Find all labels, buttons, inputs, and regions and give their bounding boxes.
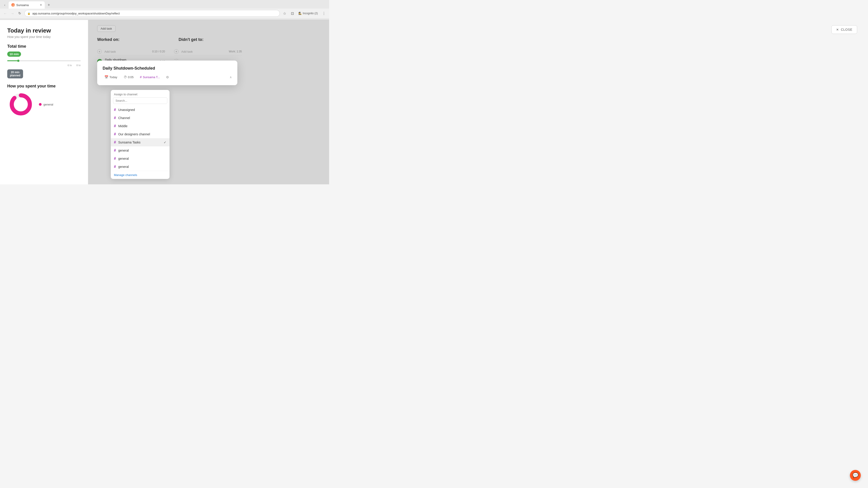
popup-channel-item[interactable]: # Sunsama T... (138, 74, 162, 80)
channel-label-general-2: general (118, 157, 129, 160)
hash-general-1: # (114, 149, 116, 153)
toolbar-nav-btns: ← → ↻ (2, 10, 23, 17)
add-task-row-right: + Add task Work: 1:35 (174, 47, 242, 56)
time-labels: 6 hr 8 hr (7, 64, 81, 67)
add-task-label-right[interactable]: Add task (181, 50, 193, 53)
channel-item-our-designers[interactable]: # Our designers channel (111, 130, 169, 138)
time-bar-fill (7, 60, 18, 61)
popup-meta: 📅 Today ⏱ 0:05 # Sunsama T... ⊙ ∧ (103, 74, 232, 80)
tab-back-btn[interactable]: ‹ (2, 2, 8, 8)
planned-line1: 20 min (11, 71, 20, 74)
worked-on-time: 0:10 / 0:20 (152, 50, 165, 53)
hash-channel: # (114, 116, 116, 120)
popup-time-item[interactable]: ⏱ 0:05 (122, 74, 135, 80)
svg-point-2 (14, 98, 27, 111)
popup-chevron[interactable]: ∧ (230, 75, 232, 79)
time-label-8hr: 8 hr (76, 64, 81, 67)
address-bar[interactable]: 🔒 app.sunsama.com/group/moodjoy_workspac… (24, 10, 280, 17)
hash-general-3: # (114, 165, 116, 169)
add-task-label-left[interactable]: Add task (104, 50, 116, 53)
browser-toolbar: ← → ↻ 🔒 app.sunsama.com/group/moodjoy_wo… (0, 8, 329, 18)
sidebar: Today in review How you spent your time … (0, 20, 88, 184)
didnt-get-to-header: Didn't get to: (179, 37, 246, 42)
sidebar-header: Today in review How you spent your time … (7, 27, 81, 39)
channel-dropdown: Assign to channel: # Unassigned # Channe… (111, 90, 169, 179)
time-bar (7, 60, 81, 61)
dash-value-1: --:-- (174, 58, 178, 61)
time-bar-track (7, 60, 81, 61)
channel-item-unassigned[interactable]: # Unassigned (111, 106, 169, 114)
add-task-top-label: Add task (101, 27, 112, 30)
incognito-badge[interactable]: 🕵 Incognito (2) (297, 10, 320, 17)
incognito-icon: 🕵 (298, 12, 302, 15)
channel-item-sunsama-tasks[interactable]: # Sunsama Tasks ✓ (111, 138, 169, 147)
channel-item-channel[interactable]: # Channel (111, 114, 169, 122)
forward-btn[interactable]: → (9, 10, 16, 17)
popup-title: Daily Shutdown-Scheduled (103, 66, 232, 71)
planned-badge: 20 min planned (7, 69, 23, 78)
planned-line2: planned (10, 74, 20, 77)
channel-search-input[interactable] (113, 97, 167, 104)
hash-middle: # (114, 124, 116, 128)
back-btn[interactable]: ← (2, 10, 8, 17)
channel-item-general-2[interactable]: # general (111, 155, 169, 163)
channel-label-unassigned: Unassigned (118, 108, 135, 111)
main-content: Add task Worked on: Didn't get to: + Add… (88, 20, 329, 184)
manage-channels-link[interactable]: Manage channels (111, 171, 169, 179)
tab-nav-controls: ‹ (2, 2, 8, 8)
time-bar-dot (17, 60, 20, 62)
tab-close-btn[interactable]: ✕ (40, 3, 42, 6)
total-time-label: Total time (7, 44, 81, 49)
reload-btn[interactable]: ↻ (16, 10, 23, 17)
app-container: Today in review How you spent your time … (0, 20, 329, 184)
url-text: app.sunsama.com/group/moodjoy_workspace/… (32, 12, 120, 15)
popup-today-item[interactable]: 📅 Today (103, 74, 119, 80)
channel-item-middle[interactable]: # Middle (111, 122, 169, 130)
dropdown-header: Assign to channel: (111, 90, 169, 97)
donut-container: general (7, 91, 81, 118)
channel-item-general-1[interactable]: # general (111, 147, 169, 155)
add-task-icon-right[interactable]: + (174, 49, 179, 54)
sidebar-title: Today in review (7, 27, 81, 34)
channel-label-our-designers: Our designers channel (118, 132, 150, 136)
new-tab-btn[interactable]: + (46, 2, 52, 8)
time-label-6hr: 6 hr (68, 64, 72, 67)
add-task-btn-top[interactable]: Add task (97, 25, 116, 32)
add-task-row-left: + Add task 0:10 / 0:20 (97, 47, 165, 56)
channel-label-sunsama-tasks: Sunsama Tasks (118, 140, 141, 144)
channel-label-channel: Channel (118, 116, 130, 120)
calendar-icon: 📅 (104, 75, 108, 79)
worked-on-label: Worked on: (97, 37, 120, 42)
active-tab[interactable]: Sunsama ✕ (8, 1, 45, 8)
clock-icon: ⏱ (124, 75, 127, 79)
hash-general-2: # (114, 157, 116, 161)
incognito-label: Incognito (2) (303, 12, 318, 15)
time-badge: 10 min (7, 52, 21, 57)
sidebar-btn[interactable]: ⊡ (289, 10, 296, 17)
hash-icon-popup: # (140, 75, 142, 79)
popup-channel-label: Sunsama T... (143, 75, 160, 79)
add-task-icon-left[interactable]: + (97, 49, 102, 54)
popup-today-label: Today (110, 75, 117, 79)
menu-btn[interactable]: ⋮ (320, 10, 327, 17)
bookmark-btn[interactable]: ☆ (281, 10, 288, 17)
channel-label-general-3: general (118, 165, 129, 168)
popup-target-item[interactable]: ⊙ (164, 74, 170, 80)
total-time-section: Total time 10 min 6 hr 8 hr 20 min plann… (7, 44, 81, 78)
didnt-get-to-time: Work: 1:35 (229, 50, 242, 53)
donut-chart (7, 91, 34, 118)
time-spent-section: How you spent your time general (7, 84, 81, 118)
tab-label: Sunsama (16, 3, 29, 7)
hash-our-designers: # (114, 132, 116, 136)
check-selected-icon: ✓ (164, 140, 166, 144)
review-columns: Worked on: Didn't get to: (88, 34, 329, 46)
review-actions: Add task (88, 20, 329, 34)
lock-icon: 🔒 (27, 12, 31, 15)
sidebar-subtitle: How you spent your time today (7, 35, 81, 39)
legend-dot (39, 103, 41, 106)
browser-tabs: ‹ Sunsama ✕ + (0, 0, 329, 8)
hash-sunsama-tasks: # (114, 140, 116, 144)
worked-on-header: Worked on: (97, 37, 165, 42)
channel-item-general-3[interactable]: # general (111, 163, 169, 171)
channel-label-general-1: general (118, 149, 129, 152)
